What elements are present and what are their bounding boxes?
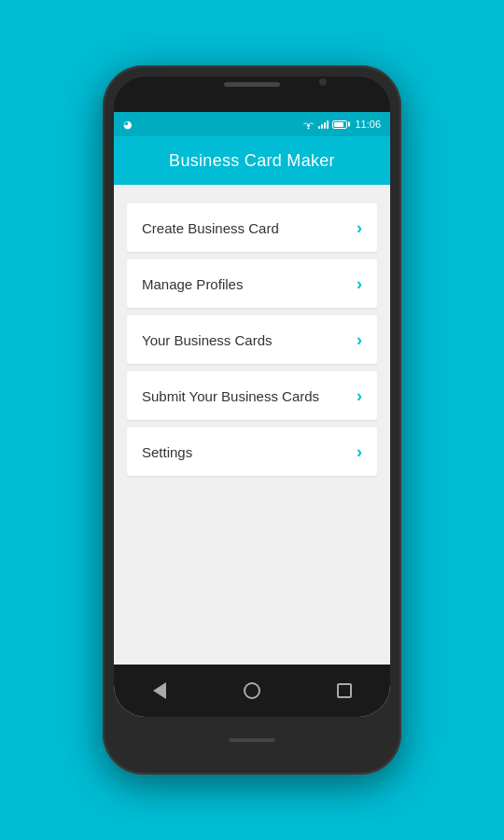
chevron-icon: › [357, 218, 362, 238]
home-icon [244, 682, 260, 699]
camera [319, 78, 327, 86]
menu-item-your-business-cards[interactable]: Your Business Cards › [127, 315, 377, 364]
chevron-icon: › [357, 330, 362, 350]
status-time: 11:06 [355, 119, 381, 130]
back-button[interactable] [139, 670, 180, 711]
home-button[interactable] [231, 670, 273, 711]
menu-item-create-business-card[interactable]: Create Business Card › [127, 203, 377, 252]
phone-frame: ◕ [103, 65, 401, 775]
menu-item-label: Settings [142, 444, 192, 460]
menu-list: Create Business Card › Manage Profiles ›… [114, 203, 390, 476]
chevron-icon: › [357, 274, 362, 294]
home-indicator [229, 738, 275, 742]
signal-icon [318, 119, 329, 129]
android-status-icon: ◕ [123, 119, 133, 131]
menu-item-label: Submit Your Business Cards [142, 388, 319, 404]
menu-item-label: Your Business Cards [142, 332, 273, 348]
speaker [224, 82, 280, 87]
menu-item-label: Create Business Card [142, 220, 279, 236]
back-icon [153, 682, 166, 699]
menu-item-settings[interactable]: Settings › [127, 427, 377, 476]
status-bar: ◕ [114, 112, 390, 136]
menu-item-label: Manage Profiles [142, 276, 243, 292]
battery-icon [332, 120, 347, 129]
status-left: ◕ [123, 119, 302, 131]
app-bar: Business Card Maker [114, 136, 390, 185]
main-content: Create Business Card › Manage Profiles ›… [114, 185, 390, 665]
status-icons: 11:06 [302, 119, 381, 130]
wifi-icon [302, 119, 315, 130]
menu-item-manage-profiles[interactable]: Manage Profiles › [127, 259, 377, 308]
menu-item-submit-business-cards[interactable]: Submit Your Business Cards › [127, 371, 377, 420]
nav-bar [114, 665, 390, 717]
app-title: Business Card Maker [169, 151, 335, 171]
chevron-icon: › [357, 386, 362, 406]
recents-button[interactable] [324, 670, 365, 711]
svg-point-0 [308, 127, 310, 129]
phone-screen: ◕ [114, 77, 390, 717]
recents-icon [337, 683, 352, 698]
phone-bottom [229, 717, 275, 763]
chevron-icon: › [357, 442, 362, 462]
screen-content: ◕ [114, 112, 390, 717]
